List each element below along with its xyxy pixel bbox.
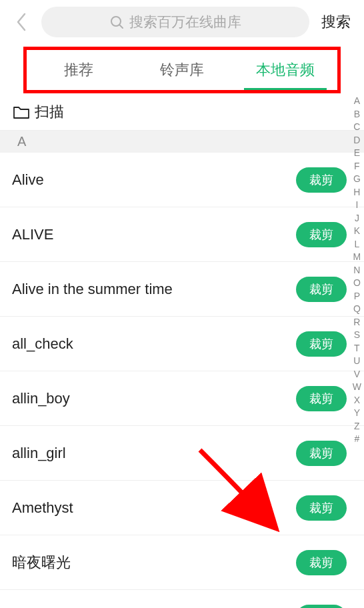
index-letter[interactable]: X (354, 395, 360, 405)
index-letter[interactable]: H (353, 187, 360, 197)
tab-bar: 推荐 铃声库 本地音频 (27, 51, 337, 89)
index-letter[interactable]: V (354, 369, 360, 379)
index-letter[interactable]: L (354, 239, 359, 249)
folder-icon (13, 105, 29, 119)
alphabet-index: A B C D E F G H I J K L M N O P Q R S T … (353, 96, 361, 443)
svg-line-1 (119, 25, 123, 28)
index-letter[interactable]: S (354, 330, 360, 339)
search-button[interactable]: 搜索 (315, 12, 357, 32)
list-item[interactable]: allin_boy 裁剪 (0, 371, 364, 426)
search-placeholder-text: 搜索百万在线曲库 (129, 13, 241, 31)
trim-button[interactable]: 裁剪 (296, 441, 347, 466)
index-letter[interactable]: T (354, 343, 360, 353)
list-item[interactable]: all_check 裁剪 (0, 317, 364, 371)
chevron-left-icon (15, 12, 27, 32)
section-header: A (0, 131, 364, 153)
index-letter[interactable]: Q (353, 304, 361, 313)
scan-button[interactable]: 扫描 (0, 93, 364, 131)
index-letter[interactable]: A (354, 96, 360, 105)
app-header: 搜索百万在线曲库 搜索 (0, 0, 364, 44)
trim-button[interactable]: 裁剪 (296, 222, 347, 247)
list-item[interactable]: 暗夜曙光 裁剪 (0, 535, 364, 590)
index-letter[interactable]: E (354, 148, 360, 157)
trim-button[interactable]: 裁剪 (296, 550, 347, 575)
index-letter[interactable]: O (353, 278, 361, 287)
index-letter[interactable]: N (353, 265, 360, 275)
index-letter[interactable]: U (353, 356, 360, 365)
index-letter[interactable]: W (353, 382, 361, 391)
song-title: Alive in the summer time (12, 281, 173, 298)
list-item[interactable]: Alive in the summer time 裁剪 (0, 262, 364, 317)
tab-recommend[interactable]: 推荐 (27, 51, 130, 89)
song-title: allin_boy (12, 390, 70, 407)
index-letter[interactable]: K (354, 226, 360, 235)
index-letter[interactable]: F (354, 161, 360, 171)
index-letter[interactable]: M (353, 252, 361, 261)
index-letter[interactable]: Z (354, 421, 360, 431)
list-item[interactable]: Amethyst 裁剪 (0, 481, 364, 535)
back-button[interactable] (7, 7, 36, 37)
trim-button[interactable]: 裁剪 (296, 605, 347, 608)
index-letter[interactable]: D (353, 135, 360, 145)
list-item[interactable]: ALIVE 裁剪 (0, 207, 364, 262)
index-letter[interactable]: # (354, 434, 359, 443)
list-item[interactable]: allin_girl 裁剪 (0, 426, 364, 481)
song-title: ALIVE (12, 226, 53, 243)
song-title: Amethyst (12, 499, 73, 517)
song-title: allin_girl (12, 445, 66, 462)
tab-local-audio[interactable]: 本地音频 (234, 51, 337, 89)
index-letter[interactable]: P (354, 291, 360, 301)
index-letter[interactable]: B (354, 109, 360, 119)
song-list: Alive 裁剪 ALIVE 裁剪 Alive in the summer ti… (0, 153, 364, 608)
list-item[interactable]: Alive 裁剪 (0, 153, 364, 207)
trim-button[interactable]: 裁剪 (296, 331, 347, 357)
trim-button[interactable]: 裁剪 (296, 386, 347, 411)
song-title: Alive (12, 171, 44, 189)
index-letter[interactable]: R (353, 317, 360, 327)
song-title: 暗夜曙光 (12, 553, 71, 573)
index-letter[interactable]: J (355, 213, 359, 223)
index-letter[interactable]: G (353, 174, 361, 183)
trim-button[interactable]: 裁剪 (296, 277, 347, 302)
index-letter[interactable]: I (355, 200, 358, 209)
search-input[interactable]: 搜索百万在线曲库 (41, 7, 309, 37)
list-item[interactable]: Art Of Life 裁剪 (0, 590, 364, 608)
tab-library[interactable]: 铃声库 (130, 51, 233, 89)
index-letter[interactable]: Y (354, 408, 360, 417)
search-icon (109, 15, 124, 29)
song-title: all_check (12, 335, 73, 353)
trim-button[interactable]: 裁剪 (296, 167, 347, 193)
trim-button[interactable]: 裁剪 (296, 495, 347, 521)
scan-label: 扫描 (35, 102, 64, 122)
index-letter[interactable]: C (353, 122, 360, 131)
highlight-annotation: 推荐 铃声库 本地音频 (23, 47, 341, 93)
